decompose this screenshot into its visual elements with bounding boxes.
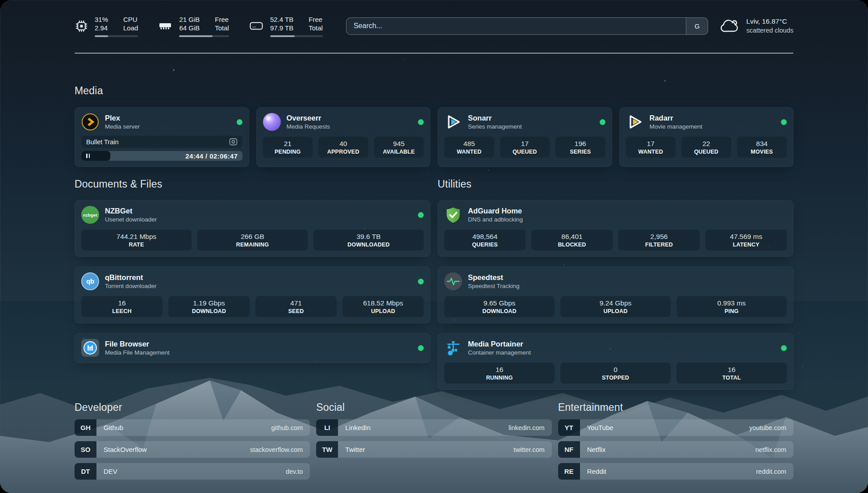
stat-wanted: 485WANTED [444, 137, 494, 158]
filebrowser-icon [81, 339, 99, 357]
bookmark-dev[interactable]: DT DEV dev.to [75, 463, 310, 480]
bookmark-url: stackoverflow.com [250, 446, 303, 453]
service-title: NZBGet [105, 207, 157, 215]
status-dot [600, 119, 605, 125]
sonarr-icon [444, 113, 462, 131]
cpu-icon [75, 19, 88, 33]
bookmark-youtube[interactable]: YT YouTube youtube.com [558, 419, 793, 436]
stream-icon [229, 138, 238, 146]
filebrowser-card[interactable]: File Browser Media File Management [75, 333, 430, 363]
bookmark-abbr: DT [75, 463, 96, 480]
stat-stopped: 0STOPPED [560, 363, 671, 384]
bookmark-abbr: LI [316, 419, 338, 436]
stat-leech: 16LEECH [81, 296, 163, 317]
section-title-developer: Developer [75, 401, 310, 414]
service-subtitle: DNS and adblocking [468, 216, 523, 223]
overseerr-icon [263, 113, 281, 131]
stat-ping: 0.993 msPING [676, 296, 787, 317]
stat-seed: 471SEED [255, 296, 337, 317]
stat-download: 1.19 GbpsDOWNLOAD [168, 296, 250, 317]
stat-upload: 618.52 MbpsUPLOAD [342, 296, 424, 317]
speedtest-icon [444, 272, 462, 290]
adguard-card[interactable]: AdGuard Home DNS and adblocking 498,564Q… [438, 200, 793, 257]
stat-running: 16RUNNING [444, 363, 555, 384]
playback-time: 24:44 / 02:06:47 [185, 152, 242, 160]
service-subtitle: Container management [468, 349, 531, 356]
service-title: Speedtest [468, 273, 520, 282]
service-subtitle: Media Requests [287, 123, 330, 130]
service-subtitle: Media server [105, 123, 140, 130]
stat-rate: 744.21 MbpsRATE [81, 230, 192, 251]
bookmark-name: Github [104, 424, 123, 431]
bookmark-url: github.com [271, 424, 303, 431]
stat-queued: 22QUEUED [681, 137, 731, 158]
stat-total: 16TOTAL [676, 363, 787, 384]
memory-usage-bar [179, 35, 229, 37]
service-title: Overseerr [287, 114, 330, 122]
stat-blocked: 86,401BLOCKED [531, 230, 613, 251]
weather-condition: scattered clouds [746, 26, 793, 35]
bookmark-abbr: NF [558, 441, 580, 458]
status-dot [781, 119, 787, 125]
stat-movies: 834MOVIES [737, 137, 787, 158]
stat-filtered: 2,956FILTERED [618, 230, 700, 251]
status-dot [418, 212, 424, 218]
bookmark-twitter[interactable]: TW Twitter twitter.com [316, 441, 551, 458]
disk-stat-widget: 52.4 TB97.9 TB FreeTotal [249, 15, 323, 37]
disk-usage-bar [270, 35, 323, 37]
stat-remaining: 266 GBREMAINING [197, 230, 308, 251]
portainer-card[interactable]: Media Portainer Container management 16R… [438, 333, 793, 390]
cloud-icon [720, 18, 740, 33]
service-subtitle: Series management [468, 123, 522, 130]
search-bar[interactable]: G [346, 17, 709, 35]
disk-icon [249, 19, 264, 33]
section-title-media: Media [75, 85, 793, 97]
speedtest-card[interactable]: Speedtest Speedtest Tracking 9.65 GbpsDO… [438, 267, 793, 323]
service-title: File Browser [105, 340, 170, 348]
section-title-social: Social [316, 401, 551, 414]
service-title: Media Portainer [468, 340, 531, 348]
portainer-icon [444, 339, 462, 357]
bookmark-name: DEV [104, 468, 117, 475]
bookmark-url: linkedin.com [509, 424, 545, 431]
top-bar: 31%2.94 CPULoad [75, 15, 793, 37]
stat-queries: 498,564QUERIES [444, 230, 526, 251]
plex-card[interactable]: Plex Media server Bullet Train [75, 107, 249, 167]
bookmark-group-entertainment: Entertainment YT YouTube youtube.com NF … [558, 401, 793, 485]
bookmark-name: Reddit [587, 468, 606, 475]
radarr-card[interactable]: Radarr Movie management 17WANTED 22QUEUE… [619, 107, 794, 167]
status-dot [781, 345, 787, 351]
sonarr-card[interactable]: Sonarr Series management 485WANTED 17QUE… [438, 107, 612, 167]
service-subtitle: Torrent downloader [105, 283, 157, 289]
bookmark-abbr: TW [316, 441, 338, 458]
bookmark-linkedin[interactable]: LI LinkedIn linkedin.com [316, 419, 551, 436]
bookmark-github[interactable]: GH Github github.com [75, 419, 310, 436]
bookmark-name: Twitter [345, 446, 365, 453]
ram-icon [158, 19, 173, 33]
search-input[interactable] [346, 18, 686, 34]
memory-stat-widget: 21 GiB64 GiB FreeTotal [158, 15, 229, 37]
memory-values: 21 GiB64 GiB [179, 15, 200, 32]
qbittorrent-icon: qb [81, 272, 99, 290]
bookmark-abbr: SO [75, 441, 96, 458]
bookmark-name: Netflix [587, 446, 606, 453]
section-title-utilities: Utilities [438, 178, 793, 190]
status-dot [418, 119, 424, 125]
bookmark-netflix[interactable]: NF Netflix netflix.com [558, 441, 793, 458]
bookmark-reddit[interactable]: RE Reddit reddit.com [558, 463, 793, 480]
search-provider-button[interactable]: G [686, 18, 708, 34]
bookmark-url: dev.to [286, 468, 303, 475]
now-playing-row: Bullet Train [81, 136, 242, 148]
overseerr-card[interactable]: Overseerr Media Requests 21PENDING 40APP… [256, 107, 431, 167]
bookmark-stackoverflow[interactable]: SO StackOverflow stackoverflow.com [75, 441, 310, 458]
bookmark-name: StackOverflow [104, 446, 147, 453]
bookmark-name: YouTube [587, 424, 613, 431]
status-dot [237, 119, 242, 125]
qbittorrent-card[interactable]: qb qBittorrent Torrent downloader 16LEEC… [75, 267, 430, 323]
nzbget-card[interactable]: nzbget NZBGet Usenet downloader 744.21 M… [75, 200, 430, 257]
cpu-stat-widget: 31%2.94 CPULoad [75, 15, 138, 37]
status-dot [418, 279, 424, 284]
cpu-labels: CPULoad [123, 15, 138, 32]
service-subtitle: Speedtest Tracking [468, 283, 520, 289]
service-title: Plex [105, 114, 140, 122]
